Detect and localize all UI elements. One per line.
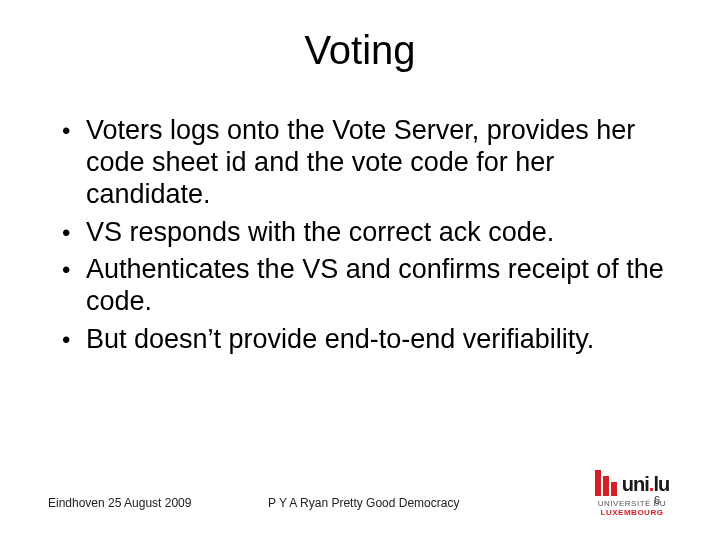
logo-mark: uni.lu (588, 470, 676, 496)
list-item: Voters logs onto the Vote Server, provid… (62, 115, 672, 211)
logo-sub-line: LUXEMBOURG (601, 508, 664, 517)
logo-text-part: lu (653, 473, 669, 495)
logo-wordmark: uni.lu (622, 473, 669, 496)
logo-bar-icon (603, 476, 609, 496)
logo-bar-icon (595, 470, 601, 496)
logo-bar-icon (611, 482, 617, 496)
list-item: Authenticates the VS and confirms receip… (62, 254, 672, 318)
logo-sub-line: UNIVERSITÉ DU (598, 499, 666, 508)
footer-author: P Y A Ryan Pretty Good Democracy (268, 496, 459, 510)
slide-title: Voting (48, 28, 672, 73)
university-logo: uni.lu UNIVERSITÉ DU LUXEMBOURG (588, 470, 676, 518)
list-item: But doesn’t provide end-to-end verifiabi… (62, 324, 672, 356)
footer-date: Eindhoven 25 August 2009 (48, 496, 191, 510)
logo-subtitle: UNIVERSITÉ DU LUXEMBOURG (588, 500, 676, 518)
footer: Eindhoven 25 August 2009 P Y A Ryan Pret… (48, 474, 672, 514)
bullet-list: Voters logs onto the Vote Server, provid… (48, 115, 672, 356)
list-item: VS responds with the correct ack code. (62, 217, 672, 249)
slide: Voting Voters logs onto the Vote Server,… (0, 0, 720, 540)
logo-text-part: uni (622, 473, 649, 495)
